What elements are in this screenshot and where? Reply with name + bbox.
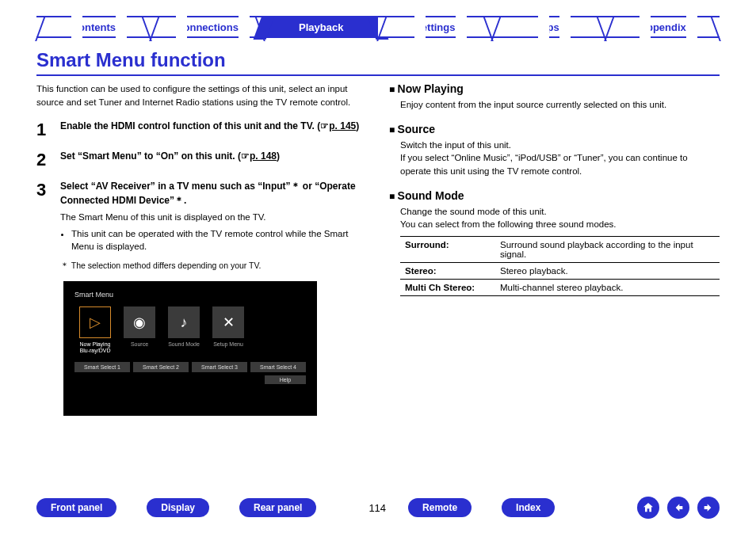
tvshot-title: Smart Menu: [74, 291, 306, 299]
pill-rear-panel[interactable]: Rear panel: [239, 498, 316, 517]
chip-help: Help: [265, 375, 306, 384]
sound-mode-heading: Sound Mode: [389, 189, 720, 202]
home-icon: [642, 501, 655, 514]
tile-source: ◉ Source: [119, 306, 160, 353]
smart-menu-screenshot: Smart Menu ▷ Now PlayingBlu-ray/DVD ◉ So…: [63, 281, 317, 416]
now-playing-heading: Now Playing: [389, 82, 720, 95]
arrow-right-icon: [702, 501, 715, 514]
pill-remote[interactable]: Remote: [408, 498, 472, 517]
tools-icon: ✕: [212, 306, 244, 338]
table-row: Stereo:Stereo playback.: [400, 263, 720, 280]
tile-setup-menu: ✕ Setup Menu: [208, 306, 249, 353]
tab-playback[interactable]: Playback: [264, 16, 378, 36]
source-body-2: If you select “Online Music”, “iPod/USB”…: [400, 151, 720, 177]
source-heading: Source: [389, 123, 720, 135]
page-number: 114: [368, 502, 386, 514]
step-3-number: 3: [36, 180, 51, 272]
chip-smart-select-2: Smart Select 2: [133, 362, 189, 372]
tab-tips[interactable]: Tips: [492, 16, 606, 36]
section-now-playing: Now Playing Enjoy content from the input…: [389, 82, 720, 112]
step-1: 1 Enable the HDMI control function of th…: [36, 120, 367, 140]
step-2-number: 2: [36, 150, 51, 170]
play-icon: ▷: [79, 306, 111, 338]
arrow-left-icon: [672, 501, 685, 514]
step-1-number: 1: [36, 120, 51, 140]
left-column: This function can be used to configure t…: [36, 82, 367, 416]
next-button[interactable]: [697, 497, 720, 519]
chip-smart-select-3: Smart Select 3: [192, 362, 247, 372]
step-3: 3 Select “AV Receiver” in a TV menu such…: [36, 180, 367, 272]
tile-sound-mode: ♪ Sound Mode: [163, 306, 204, 353]
pill-front-panel[interactable]: Front panel: [36, 498, 116, 517]
step-3-bullet: This unit can be operated with the TV re…: [71, 227, 367, 253]
step-3-sub: The Smart Menu of this unit is displayed…: [60, 211, 367, 224]
intro-text: This function can be used to configure t…: [36, 82, 367, 109]
link-p148[interactable]: p. 148: [250, 150, 277, 162]
sound-mode-body-2: You can select from the following three …: [400, 218, 720, 231]
link-p145[interactable]: p. 145: [329, 120, 356, 131]
prev-button[interactable]: [667, 497, 689, 519]
step-1-text: Enable the HDMI control function of this…: [60, 120, 359, 131]
pointer-icon: ☞: [320, 120, 329, 131]
top-tabs: Contents Connections Playback Settings T…: [36, 16, 720, 38]
pointer-icon: ☞: [241, 150, 250, 162]
step-2-text: Set “Smart Menu” to “On” on this unit. (…: [60, 150, 280, 162]
table-row: Surround:Surround sound playback accordi…: [400, 237, 720, 263]
tile-now-playing: ▷ Now PlayingBlu-ray/DVD: [74, 306, 116, 353]
chip-smart-select-1: Smart Select 1: [74, 362, 130, 372]
note-icon: ♪: [168, 306, 200, 338]
now-playing-body: Enjoy content from the input source curr…: [400, 98, 720, 112]
chip-smart-select-4: Smart Select 4: [250, 362, 306, 372]
section-sound-mode: Sound Mode Change the sound mode of this…: [389, 189, 720, 296]
tab-appendix[interactable]: Appendix: [605, 16, 720, 36]
step-3-note: ＊ The selection method differs depending…: [60, 260, 367, 272]
tab-contents[interactable]: Contents: [36, 16, 151, 36]
sound-mode-body-1: Change the sound mode of this unit.: [400, 205, 720, 219]
source-icon: ◉: [124, 306, 155, 338]
bottom-bar: Front panel Display Rear panel 114 Remot…: [0, 497, 756, 519]
step-2: 2 Set “Smart Menu” to “On” on this unit.…: [36, 150, 367, 170]
home-button[interactable]: [637, 497, 659, 519]
tab-settings[interactable]: Settings: [378, 16, 492, 36]
tab-connections[interactable]: Connections: [151, 16, 265, 36]
pill-index[interactable]: Index: [502, 498, 555, 517]
page-title: Smart Menu function: [36, 49, 720, 76]
sound-mode-table: Surround:Surround sound playback accordi…: [400, 236, 720, 296]
table-row: Multi Ch Stereo:Multi-channel stereo pla…: [400, 280, 720, 296]
step-3-text: Select “AV Receiver” in a TV menu such a…: [60, 180, 367, 207]
section-source: Source Switch the input of this unit. If…: [389, 123, 720, 178]
right-column: Now Playing Enjoy content from the input…: [389, 82, 720, 416]
source-body-1: Switch the input of this unit.: [400, 139, 720, 152]
pill-display[interactable]: Display: [147, 498, 209, 517]
